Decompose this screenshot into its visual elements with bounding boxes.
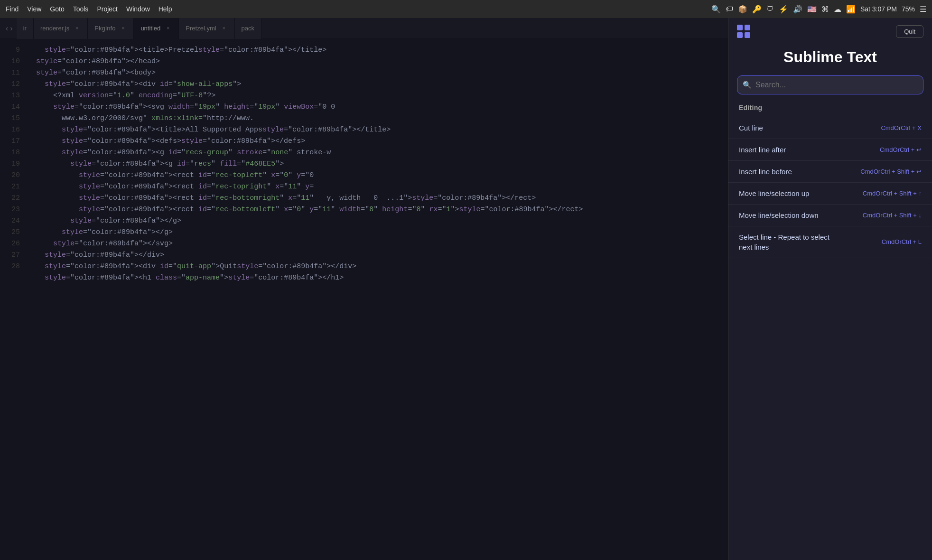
section-editing-label: Editing [728, 104, 932, 117]
shortcut-item[interactable]: Select line - Repeat to select next line… [728, 226, 932, 258]
panel-title: Sublime Text [728, 45, 932, 75]
search-input[interactable] [737, 75, 923, 94]
shortcut-name: Move line/selection down [739, 210, 819, 220]
shortcut-name: Insert line before [739, 167, 792, 177]
tag-icon: 🏷 [726, 5, 733, 13]
password-icon: 🔑 [752, 5, 762, 14]
flag-icon: 🇺🇸 [807, 5, 817, 14]
menu-tools[interactable]: Tools [73, 5, 89, 13]
wifi-icon: 📶 [846, 5, 856, 14]
quit-button[interactable]: Quit [896, 25, 923, 38]
search-icon: 🔍 [743, 81, 752, 89]
shortcut-list: Cut line CmdOrCtrl + X Insert line after… [728, 117, 932, 560]
shortcut-keys: CmdOrCtrl + Shift + ↓ [863, 211, 922, 220]
shortcut-item[interactable]: Move line/selection down CmdOrCtrl + Shi… [728, 205, 932, 226]
shortcut-keys: CmdOrCtrl + Shift + ↩ [860, 167, 922, 177]
volume-icon: 🔊 [793, 5, 802, 14]
shortcut-name: Move line/selection up [739, 188, 809, 198]
menu-view[interactable]: View [27, 5, 41, 13]
cmd-icon: ⌘ [821, 5, 829, 14]
shortcut-keys: CmdOrCtrl + L [882, 237, 922, 247]
search-bar-wrap: 🔍 [728, 75, 932, 104]
shortcut-keys: CmdOrCtrl + Shift + ↑ [863, 189, 922, 198]
menu-project[interactable]: Project [97, 5, 118, 13]
shortcut-item[interactable]: Insert line after CmdOrCtrl + ↩ [728, 139, 932, 161]
menu-bar: Find View Goto Tools Project Window Help… [0, 0, 932, 18]
menu-goto[interactable]: Goto [50, 5, 64, 13]
grid-menu-icon[interactable]: ☰ [920, 5, 926, 14]
menu-help[interactable]: Help [158, 5, 172, 13]
panel-logo-icon [737, 25, 750, 38]
menu-find[interactable]: Find [6, 5, 19, 13]
menu-window[interactable]: Window [126, 5, 150, 13]
shortcut-name: Select line - Repeat to select next line… [739, 232, 839, 252]
sublime-panel: Quit Sublime Text 🔍 Editing Cut line Cmd… [728, 18, 932, 560]
shortcut-item[interactable]: Insert line before CmdOrCtrl + Shift + ↩ [728, 161, 932, 183]
shortcut-name: Insert line after [739, 145, 786, 155]
menu-bar-right: 🔍 🏷 📦 🔑 🛡 ⚡ 🔊 🇺🇸 ⌘ ☁ 📶 Sat 3:07 PM 75% ☰ [711, 5, 926, 14]
shortcut-name: Cut line [739, 123, 763, 133]
shortcut-keys: CmdOrCtrl + ↩ [880, 145, 922, 155]
bluetooth-icon: ⚡ [779, 5, 788, 14]
dropbox-icon: 📦 [738, 5, 747, 14]
clock: Sat 3:07 PM [860, 5, 897, 13]
shortcut-keys: CmdOrCtrl + X [881, 123, 922, 133]
cc-icon: ☁ [834, 5, 841, 14]
battery: 75% [902, 5, 915, 13]
shortcut-item[interactable]: Move line/selection up CmdOrCtrl + Shift… [728, 183, 932, 205]
panel-header: Quit [728, 18, 932, 45]
shortcut-item[interactable]: Cut line CmdOrCtrl + X [728, 117, 932, 139]
search-menubar-icon[interactable]: 🔍 [711, 5, 721, 14]
shield-icon: 🛡 [766, 5, 774, 13]
